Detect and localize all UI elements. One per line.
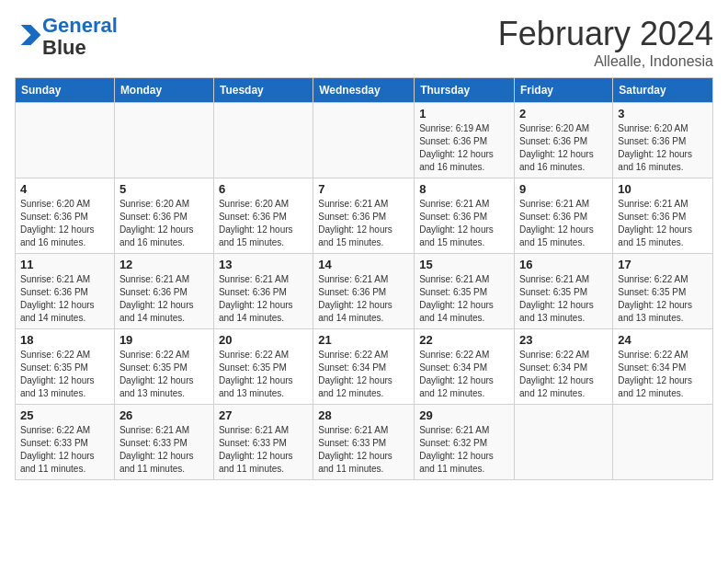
day-info: Sunrise: 6:21 AM Sunset: 6:33 PM Dayligh… (318, 424, 409, 476)
day-info: Sunrise: 6:22 AM Sunset: 6:34 PM Dayligh… (519, 349, 608, 400)
calendar-day-cell: 10Sunrise: 6:21 AM Sunset: 6:36 PM Dayli… (613, 178, 713, 254)
day-number: 19 (119, 333, 209, 347)
calendar-day-cell: 25Sunrise: 6:22 AM Sunset: 6:33 PM Dayli… (16, 405, 115, 480)
day-info: Sunrise: 6:21 AM Sunset: 6:36 PM Dayligh… (318, 198, 409, 249)
day-number: 11 (20, 258, 109, 271)
calendar-day-cell: 1Sunrise: 6:19 AM Sunset: 6:36 PM Daylig… (415, 103, 515, 178)
day-number: 20 (219, 333, 308, 347)
calendar-header-cell: Friday (515, 78, 613, 103)
day-number: 26 (119, 408, 209, 422)
day-number: 22 (419, 333, 509, 347)
day-number: 9 (519, 182, 608, 196)
calendar-header-cell: Saturday (613, 78, 713, 103)
calendar-header-cell: Sunday (16, 78, 115, 103)
calendar-day-cell: 18Sunrise: 6:22 AM Sunset: 6:35 PM Dayli… (16, 329, 115, 405)
day-info: Sunrise: 6:22 AM Sunset: 6:33 PM Dayligh… (20, 424, 109, 476)
calendar-day-cell (213, 103, 313, 178)
day-number: 17 (618, 258, 708, 271)
header: GeneralBlue February 2024 Allealle, Indo… (15, 15, 713, 70)
day-number: 14 (318, 258, 409, 271)
title-block: February 2024 Allealle, Indonesia (498, 15, 713, 70)
calendar-week-row: 25Sunrise: 6:22 AM Sunset: 6:33 PM Dayli… (16, 405, 713, 480)
calendar-day-cell: 15Sunrise: 6:21 AM Sunset: 6:35 PM Dayli… (415, 254, 515, 329)
calendar-day-cell: 5Sunrise: 6:20 AM Sunset: 6:36 PM Daylig… (114, 178, 213, 254)
day-info: Sunrise: 6:22 AM Sunset: 6:34 PM Dayligh… (419, 349, 509, 400)
calendar-day-cell: 7Sunrise: 6:21 AM Sunset: 6:36 PM Daylig… (313, 178, 415, 254)
calendar-day-cell: 16Sunrise: 6:21 AM Sunset: 6:35 PM Dayli… (515, 254, 613, 329)
day-number: 27 (219, 408, 308, 422)
calendar-day-cell: 19Sunrise: 6:22 AM Sunset: 6:35 PM Dayli… (114, 329, 213, 405)
day-info: Sunrise: 6:21 AM Sunset: 6:36 PM Dayligh… (219, 273, 308, 325)
day-info: Sunrise: 6:20 AM Sunset: 6:36 PM Dayligh… (519, 122, 608, 174)
day-info: Sunrise: 6:22 AM Sunset: 6:35 PM Dayligh… (219, 349, 308, 400)
month-title: February 2024 (498, 15, 713, 53)
day-number: 10 (618, 182, 708, 196)
day-number: 13 (219, 258, 308, 271)
day-number: 23 (519, 333, 608, 347)
day-number: 6 (219, 182, 308, 196)
logo-text: GeneralBlue (42, 15, 118, 59)
day-info: Sunrise: 6:21 AM Sunset: 6:32 PM Dayligh… (419, 424, 509, 476)
day-info: Sunrise: 6:19 AM Sunset: 6:36 PM Dayligh… (419, 122, 509, 174)
day-info: Sunrise: 6:20 AM Sunset: 6:36 PM Dayligh… (219, 198, 308, 249)
logo-icon (17, 22, 42, 48)
calendar-day-cell: 12Sunrise: 6:21 AM Sunset: 6:36 PM Dayli… (114, 254, 213, 329)
day-info: Sunrise: 6:20 AM Sunset: 6:36 PM Dayligh… (20, 198, 109, 249)
day-info: Sunrise: 6:21 AM Sunset: 6:36 PM Dayligh… (20, 273, 109, 325)
day-number: 1 (419, 107, 509, 121)
day-number: 2 (519, 107, 608, 121)
calendar-header-cell: Thursday (415, 78, 515, 103)
calendar-day-cell: 29Sunrise: 6:21 AM Sunset: 6:32 PM Dayli… (415, 405, 515, 480)
day-info: Sunrise: 6:22 AM Sunset: 6:35 PM Dayligh… (20, 349, 109, 400)
calendar-header-cell: Wednesday (313, 78, 415, 103)
day-info: Sunrise: 6:21 AM Sunset: 6:36 PM Dayligh… (419, 198, 509, 249)
day-info: Sunrise: 6:22 AM Sunset: 6:34 PM Dayligh… (618, 349, 708, 400)
calendar-day-cell: 28Sunrise: 6:21 AM Sunset: 6:33 PM Dayli… (313, 405, 415, 480)
calendar-day-cell: 20Sunrise: 6:22 AM Sunset: 6:35 PM Dayli… (213, 329, 313, 405)
svg-marker-0 (21, 25, 41, 45)
day-number: 21 (318, 333, 409, 347)
calendar-day-cell: 27Sunrise: 6:21 AM Sunset: 6:33 PM Dayli… (213, 405, 313, 480)
calendar-day-cell: 2Sunrise: 6:20 AM Sunset: 6:36 PM Daylig… (515, 103, 613, 178)
calendar-day-cell: 3Sunrise: 6:20 AM Sunset: 6:36 PM Daylig… (613, 103, 713, 178)
day-info: Sunrise: 6:22 AM Sunset: 6:35 PM Dayligh… (618, 273, 708, 325)
calendar-day-cell: 6Sunrise: 6:20 AM Sunset: 6:36 PM Daylig… (213, 178, 313, 254)
calendar-header-cell: Tuesday (213, 78, 313, 103)
day-number: 15 (419, 258, 509, 271)
calendar-day-cell (515, 405, 613, 480)
day-number: 28 (318, 408, 409, 422)
day-info: Sunrise: 6:21 AM Sunset: 6:36 PM Dayligh… (618, 198, 708, 249)
calendar-body: 1Sunrise: 6:19 AM Sunset: 6:36 PM Daylig… (16, 103, 713, 480)
calendar-table: SundayMondayTuesdayWednesdayThursdayFrid… (15, 77, 713, 480)
day-info: Sunrise: 6:21 AM Sunset: 6:35 PM Dayligh… (419, 273, 509, 325)
calendar-day-cell: 14Sunrise: 6:21 AM Sunset: 6:36 PM Dayli… (313, 254, 415, 329)
calendar-day-cell: 17Sunrise: 6:22 AM Sunset: 6:35 PM Dayli… (613, 254, 713, 329)
day-info: Sunrise: 6:20 AM Sunset: 6:36 PM Dayligh… (119, 198, 209, 249)
day-info: Sunrise: 6:21 AM Sunset: 6:33 PM Dayligh… (119, 424, 209, 476)
day-number: 16 (519, 258, 608, 271)
logo: GeneralBlue (15, 15, 118, 59)
day-number: 24 (618, 333, 708, 347)
calendar-day-cell: 9Sunrise: 6:21 AM Sunset: 6:36 PM Daylig… (515, 178, 613, 254)
day-info: Sunrise: 6:22 AM Sunset: 6:34 PM Dayligh… (318, 349, 409, 400)
day-info: Sunrise: 6:21 AM Sunset: 6:33 PM Dayligh… (219, 424, 308, 476)
calendar-week-row: 4Sunrise: 6:20 AM Sunset: 6:36 PM Daylig… (16, 178, 713, 254)
calendar-day-cell: 13Sunrise: 6:21 AM Sunset: 6:36 PM Dayli… (213, 254, 313, 329)
calendar-week-row: 1Sunrise: 6:19 AM Sunset: 6:36 PM Daylig… (16, 103, 713, 178)
calendar-day-cell: 24Sunrise: 6:22 AM Sunset: 6:34 PM Dayli… (613, 329, 713, 405)
day-number: 8 (419, 182, 509, 196)
day-number: 3 (618, 107, 708, 121)
day-number: 25 (20, 408, 109, 422)
calendar-header-cell: Monday (114, 78, 213, 103)
calendar-day-cell (613, 405, 713, 480)
calendar-header-row: SundayMondayTuesdayWednesdayThursdayFrid… (16, 78, 713, 103)
day-number: 12 (119, 258, 209, 271)
day-info: Sunrise: 6:20 AM Sunset: 6:36 PM Dayligh… (618, 122, 708, 174)
calendar-day-cell: 8Sunrise: 6:21 AM Sunset: 6:36 PM Daylig… (415, 178, 515, 254)
calendar-day-cell (114, 103, 213, 178)
calendar-day-cell: 22Sunrise: 6:22 AM Sunset: 6:34 PM Dayli… (415, 329, 515, 405)
day-number: 29 (419, 408, 509, 422)
day-info: Sunrise: 6:21 AM Sunset: 6:35 PM Dayligh… (519, 273, 608, 325)
calendar-week-row: 18Sunrise: 6:22 AM Sunset: 6:35 PM Dayli… (16, 329, 713, 405)
calendar-week-row: 11Sunrise: 6:21 AM Sunset: 6:36 PM Dayli… (16, 254, 713, 329)
